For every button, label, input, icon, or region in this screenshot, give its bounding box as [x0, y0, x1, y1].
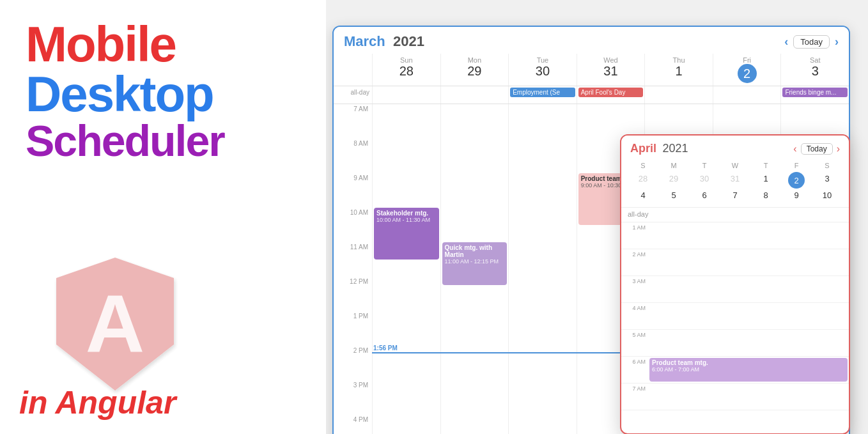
mini-day-5[interactable]: 5 — [665, 189, 682, 202]
stakeholder-event[interactable]: Stakeholder mtg. 10:00 AM - 11:30 AM — [374, 208, 439, 260]
day-header-thu: Thu 1 — [644, 54, 713, 86]
all-day-tue: Employment (Se — [508, 86, 577, 104]
mini-day-30[interactable]: 30 — [696, 172, 713, 189]
mobile-2am-label: 2 AM — [621, 249, 648, 275]
next-button[interactable]: › — [835, 35, 839, 49]
mobile-product-team-event[interactable]: Product team mtg. 6:00 AM - 7:00 AM — [649, 358, 848, 382]
mobile-1am-label: 1 AM — [621, 222, 648, 249]
time-10am: 10 AM — [334, 208, 372, 242]
mobile-5am-label: 5 AM — [621, 330, 648, 356]
mini-day-6[interactable]: 6 — [696, 189, 713, 202]
calendar-month: March — [344, 33, 385, 49]
day-name-s1: S — [628, 162, 658, 169]
mobile-all-day-row: all-day — [621, 207, 849, 222]
title-line1: Mobile — [26, 19, 176, 69]
mobile-prev-button[interactable]: ‹ — [793, 143, 796, 155]
day-header-wed: Wed 31 — [577, 54, 645, 86]
mobile-5am-area — [648, 330, 849, 356]
mobile-4am-label: 4 AM — [621, 303, 648, 329]
employment-event[interactable]: Employment (Se — [510, 88, 575, 97]
mini-day-4[interactable]: 4 — [635, 189, 651, 202]
mini-day-7[interactable]: 7 — [727, 189, 743, 202]
mobile-month: April — [630, 142, 656, 155]
mobile-4am-area — [648, 303, 849, 329]
mini-day-9[interactable]: 9 — [788, 189, 805, 202]
time-column: 7 AM 8 AM 9 AM 10 AM 11 AM 12 PM 1 PM 2 … — [334, 104, 372, 434]
all-day-fri — [713, 86, 781, 104]
time-8am: 8 AM — [334, 139, 372, 173]
day-name-f: F — [781, 162, 812, 169]
mobile-3am-label: 3 AM — [621, 276, 648, 302]
title-line3: Scheduler — [26, 119, 224, 162]
mobile-1am-area — [648, 222, 849, 249]
mobile-time-5am: 5 AM — [621, 330, 849, 357]
svg-text:A: A — [86, 278, 144, 369]
time-7am: 7 AM — [334, 104, 372, 139]
mobile-month-title: April 2021 — [630, 142, 688, 155]
time-12pm: 12 PM — [334, 277, 372, 311]
mobile-calendar-body: 1 AM 2 AM 3 AM 4 AM 5 AM 6 AM — [621, 222, 849, 433]
mobile-calendar-header: April 2021 ‹ Today › — [621, 136, 849, 159]
day-name-t1: T — [689, 162, 720, 169]
all-day-sun — [372, 86, 440, 104]
calendar-nav: ‹ Today › — [784, 35, 839, 49]
title-line2: Desktop — [26, 69, 213, 119]
mobile-3am-area — [648, 276, 849, 302]
mobile-6am-area: Product team mtg. 6:00 AM - 7:00 AM — [648, 357, 849, 383]
mobile-time-1am: 1 AM — [621, 222, 849, 249]
day-header-tue: Tue 30 — [508, 54, 577, 86]
mobile-6am-label: 6 AM — [621, 357, 648, 383]
current-time-label: 1:56 PM — [373, 345, 398, 352]
mini-day-10[interactable]: 10 — [819, 189, 835, 202]
day-header-sun: Sun 28 — [372, 54, 440, 86]
day-col-mon: Quick mtg. with Martin 11:00 AM - 12:15 … — [440, 104, 509, 434]
time-3pm: 3 PM — [334, 380, 372, 415]
days-header: Sun 28 Mon 29 Tue 30 Wed 31 Thu 1 Fri 2 — [334, 54, 849, 86]
mini-day-2-today[interactable]: 2 — [788, 172, 805, 189]
day-name-m: M — [658, 162, 689, 169]
mini-cal-grid: 28 29 30 31 1 2 3 4 5 6 7 8 9 10 — [628, 172, 842, 202]
mini-cal-header: S M T W T F S — [628, 162, 842, 169]
april-fools-event[interactable]: April Fool's Day — [578, 88, 644, 97]
all-day-row: all-day Employment (Se April Fool's Day … — [334, 86, 849, 104]
mini-day-3[interactable]: 3 — [819, 172, 835, 189]
mobile-time-7am: 7 AM — [621, 384, 849, 410]
time-11am: 11 AM — [334, 242, 372, 277]
mobile-next-button[interactable]: › — [837, 143, 840, 155]
all-day-label: all-day — [334, 86, 372, 104]
time-9am: 9 AM — [334, 173, 372, 208]
mobile-2am-area — [648, 249, 849, 275]
mobile-7am-label: 7 AM — [621, 384, 648, 410]
mobile-time-6am: 6 AM Product team mtg. 6:00 AM - 7:00 AM — [621, 357, 849, 384]
prev-button[interactable]: ‹ — [784, 35, 788, 49]
mini-day-8[interactable]: 8 — [757, 189, 774, 202]
angular-logo: A — [51, 255, 179, 396]
mini-day-31[interactable]: 31 — [727, 172, 743, 189]
mini-day-29[interactable]: 29 — [665, 172, 682, 189]
day-header-fri[interactable]: Fri 2 — [713, 54, 781, 86]
mobile-nav: ‹ Today › — [793, 143, 840, 155]
time-2pm: 2 PM — [334, 346, 372, 380]
day-col-tue — [508, 104, 577, 434]
left-panel: Mobile Desktop Scheduler A in Angular — [0, 0, 326, 434]
mobile-time-4am: 4 AM — [621, 303, 849, 330]
mobile-today-button[interactable]: Today — [801, 143, 833, 155]
right-area: March 2021 ‹ Today › Sun 28 Mon 29 Tue 3… — [326, 0, 868, 434]
title-in-angular: in Angular — [19, 384, 176, 421]
friends-binge-event[interactable]: Friends binge m... — [782, 88, 848, 97]
day-name-w: W — [720, 162, 750, 169]
mobile-calendar: April 2021 ‹ Today › S M T W T F S 28 — [620, 134, 850, 434]
calendar-year: 2021 — [393, 33, 424, 49]
day-name-t2: T — [750, 162, 781, 169]
day-col-sun: Stakeholder mtg. 10:00 AM - 11:30 AM — [372, 104, 440, 434]
time-1pm: 1 PM — [334, 311, 372, 346]
time-4pm: 4 PM — [334, 415, 372, 434]
calendar-month-title: March 2021 — [344, 33, 424, 50]
mobile-year: 2021 — [662, 142, 688, 155]
mini-day-1[interactable]: 1 — [757, 172, 774, 189]
calendar-header: March 2021 ‹ Today › — [334, 27, 849, 54]
mini-day-28[interactable]: 28 — [635, 172, 651, 189]
all-day-thu — [644, 86, 713, 104]
today-button[interactable]: Today — [793, 35, 830, 49]
quick-mtg-event[interactable]: Quick mtg. with Martin 11:00 AM - 12:15 … — [442, 242, 508, 285]
